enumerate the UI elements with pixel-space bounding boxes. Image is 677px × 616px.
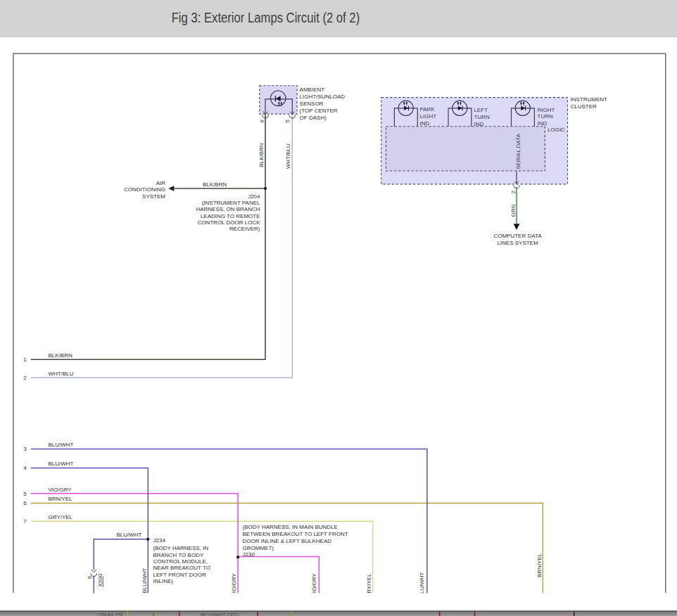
svg-text:TURN: TURN xyxy=(538,113,553,120)
svg-text:DOOR INLINE & LEFT BULKHEAD: DOOR INLINE & LEFT BULKHEAD xyxy=(243,538,332,544)
svg-text:J204: J204 xyxy=(248,193,260,200)
svg-text:BLU/WHT: BLU/WHT xyxy=(419,572,425,597)
svg-text:LIGHT: LIGHT xyxy=(420,113,437,120)
svg-text:HARNESS, ON BRANCH: HARNESS, ON BRANCH xyxy=(196,206,260,212)
svg-text:(BODY HARNESS, IN MAIN BUNDLE: (BODY HARNESS, IN MAIN BUNDLE xyxy=(243,524,338,530)
svg-text:CONDITIONING: CONDITIONING xyxy=(124,186,165,193)
svg-text:1: 1 xyxy=(23,357,27,363)
svg-text:GRY/YEL: GRY/YEL xyxy=(49,514,73,520)
svg-text:WHT/BLU: WHT/BLU xyxy=(49,371,74,377)
svg-text:J230: J230 xyxy=(243,551,255,558)
svg-text:VIO/GRY: VIO/GRY xyxy=(311,573,317,597)
svg-text:2: 2 xyxy=(23,375,27,381)
svg-text:X500: X500 xyxy=(97,573,103,586)
svg-text:6: 6 xyxy=(259,120,265,123)
svg-text:INSTRUMENT: INSTRUMENT xyxy=(571,96,608,103)
svg-text:IND: IND xyxy=(420,120,430,127)
svg-text:PARK: PARK xyxy=(420,106,436,113)
svg-text:LEFT: LEFT xyxy=(474,107,488,113)
svg-text:9: 9 xyxy=(87,575,93,579)
svg-text:BLK/BRN: BLK/BRN xyxy=(203,181,227,188)
svg-text:COMPUTER DATA: COMPUTER DATA xyxy=(493,233,542,239)
svg-text:J234: J234 xyxy=(153,537,166,544)
svg-text:TURN: TURN xyxy=(474,114,490,120)
svg-text:LINES SYSTEM: LINES SYSTEM xyxy=(497,240,538,246)
svg-text:CONTROL DOOR LOCK: CONTROL DOOR LOCK xyxy=(197,219,260,226)
svg-text:(INSTRUMENT PANEL: (INSTRUMENT PANEL xyxy=(202,200,260,206)
svg-text:LEFT FRONT DOOR: LEFT FRONT DOOR xyxy=(153,572,206,578)
svg-text:(TRAILER: (TRAILER xyxy=(97,612,123,616)
svg-text:LOGIC: LOGIC xyxy=(548,127,565,133)
svg-text:GRY/YEL: GRY/YEL xyxy=(366,573,372,598)
svg-text:BRN/YEL: BRN/YEL xyxy=(536,553,543,577)
svg-text:INLINE): INLINE) xyxy=(153,578,174,584)
svg-text:BRN/YEL: BRN/YEL xyxy=(49,496,73,502)
svg-text:AMBIENT: AMBIENT xyxy=(300,86,325,93)
svg-text:VIO/GRY: VIO/GRY xyxy=(49,487,72,493)
svg-text:IND: IND xyxy=(538,120,548,127)
svg-text:Fig 3: Exterior Lamps Circuit: Fig 3: Exterior Lamps Circuit (2 of 2) xyxy=(172,10,360,25)
svg-text:BLU/WHT O/T): BLU/WHT O/T) xyxy=(201,612,239,616)
svg-text:BLU/WHT: BLU/WHT xyxy=(49,442,74,448)
svg-text:BLK/BRN: BLK/BRN xyxy=(258,143,265,167)
svg-text:SERIAL DATA: SERIAL DATA xyxy=(515,134,521,169)
svg-text:BLK/BRN: BLK/BRN xyxy=(49,352,72,359)
svg-text:WHT/BLU: WHT/BLU xyxy=(285,143,291,169)
svg-text:(TOP CENTER: (TOP CENTER xyxy=(300,108,338,114)
svg-text:RECEIVER): RECEIVER) xyxy=(229,226,260,232)
svg-text:VIO/GRY: VIO/GRY xyxy=(231,573,237,597)
svg-text:6: 6 xyxy=(23,500,27,506)
svg-text:OF DASH): OF DASH) xyxy=(300,115,327,121)
svg-text:BETWEEN BREAKOUT TO LEFT FRONT: BETWEEN BREAKOUT TO LEFT FRONT xyxy=(243,531,348,537)
svg-text:7: 7 xyxy=(23,518,27,525)
svg-text:IND: IND xyxy=(474,121,484,127)
svg-text:GROMMET): GROMMET) xyxy=(243,545,274,551)
svg-text:4: 4 xyxy=(23,465,27,471)
svg-text:CLUSTER: CLUSTER xyxy=(571,103,597,110)
svg-text:BLU/WHT: BLU/WHT xyxy=(49,461,74,467)
svg-text:AIR: AIR xyxy=(156,180,166,186)
svg-text:RIGHT: RIGHT xyxy=(538,107,555,113)
svg-text:NEAR BREAKOUT TO: NEAR BREAKOUT TO xyxy=(153,565,210,571)
svg-text:GRN: GRN xyxy=(510,205,517,217)
svg-text:BLU/WHT: BLU/WHT xyxy=(117,532,142,538)
svg-text:BLU/WHT: BLU/WHT xyxy=(141,567,148,593)
svg-text:2: 2 xyxy=(510,191,517,194)
svg-text:BRANCH TO BODY: BRANCH TO BODY xyxy=(153,552,204,558)
svg-text:LEADING TO REMOTE: LEADING TO REMOTE xyxy=(201,213,260,219)
svg-text:3: 3 xyxy=(23,446,27,452)
svg-text:5: 5 xyxy=(23,491,27,497)
svg-text:CONTROL MODULE,: CONTROL MODULE, xyxy=(153,558,208,565)
svg-text:(BODY HARNESS, IN: (BODY HARNESS, IN xyxy=(153,545,209,551)
svg-text:SYSTEM: SYSTEM xyxy=(142,193,165,200)
svg-text:SENSOR: SENSOR xyxy=(300,101,324,107)
svg-text:5: 5 xyxy=(284,120,291,123)
svg-text:LIGHT/SUNLOAD: LIGHT/SUNLOAD xyxy=(300,94,346,100)
